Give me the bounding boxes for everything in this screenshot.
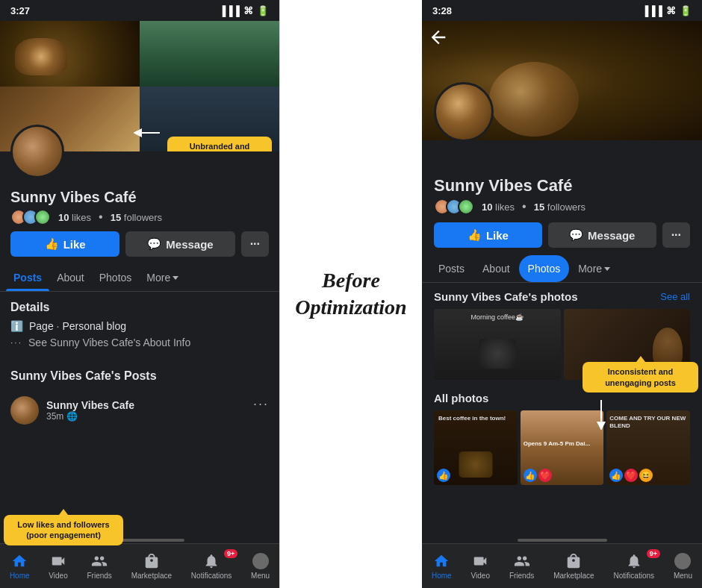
avatar-3 <box>34 209 51 225</box>
arrow-cover <box>134 125 164 140</box>
nav-notifications-left[interactable]: 9+ Notifications <box>191 553 232 580</box>
avatar-stack-left <box>10 209 51 225</box>
tab-about-right[interactable]: About <box>473 255 519 282</box>
followers-text-right: 15 followers <box>534 201 585 213</box>
like-button-right[interactable]: 👍 Like <box>434 222 542 248</box>
reactions-1: 👍 <box>437 469 450 482</box>
nav-friends-left[interactable]: Friends <box>87 553 112 580</box>
nav-menu-left[interactable]: Menu <box>251 553 270 580</box>
annotation-inconsistent: Inconsistent and unengaging posts <box>583 362 698 392</box>
video-icon <box>50 553 66 569</box>
tab-posts-right[interactable]: Posts <box>429 255 473 282</box>
nav-friends-label: Friends <box>87 572 112 580</box>
like-reaction-2a: 👍 <box>524 469 537 482</box>
nav-friends-right[interactable]: Friends <box>509 553 534 580</box>
battery-icon-right: 🔋 <box>680 5 692 16</box>
friends-icon <box>91 553 108 569</box>
wifi-icon: ⌘ <box>243 5 253 16</box>
like-button-left[interactable]: 👍 Like <box>10 231 119 257</box>
likes-text-left: 10 likes <box>58 212 91 223</box>
all-photo-1: 👍 <box>434 410 518 485</box>
see-about-row[interactable]: ··· See Sunny Vibes Cafe's About Info <box>10 337 269 348</box>
nav-menu-label-right: Menu <box>674 572 692 580</box>
before-optimization-text: Before Optimization <box>295 267 406 322</box>
marketplace-icon <box>143 553 160 569</box>
more-dots-button-left[interactable]: ··· <box>241 231 269 257</box>
avatar-stack-right <box>434 198 474 215</box>
nav-notifications-label: Notifications <box>191 572 232 580</box>
post-author-row: Sunny Vibes Cafe 35m 🌐 <box>10 396 134 425</box>
followers-text-left: 15 followers <box>111 212 162 223</box>
home-icon-right <box>433 553 450 569</box>
photo-thumb-1: Morning coffee☕ <box>434 309 561 380</box>
post-avatar <box>10 396 39 425</box>
thumb-up-icon: 👍 <box>45 237 59 251</box>
profile-pic-left <box>10 125 64 178</box>
status-icons-left: ▐▐▐ ⌘ 🔋 <box>219 5 269 16</box>
tabs-row-right: Posts About Photos More <box>422 255 702 283</box>
nav-home-label: Home <box>10 572 30 580</box>
nav-video-label: Video <box>49 572 67 580</box>
details-section: Details ℹ️ Page · Personal blog ··· See … <box>0 292 279 363</box>
more-dots-button-right[interactable]: ··· <box>662 222 690 248</box>
tab-more-right[interactable]: More <box>569 255 619 282</box>
notification-badge-left: 9+ <box>224 549 237 558</box>
reactions-2: 👍 ❤️ <box>524 469 552 482</box>
home-indicator-right <box>518 539 607 542</box>
back-button-right[interactable] <box>428 27 449 51</box>
nav-notifications-right[interactable]: 9+ Notifications <box>614 553 654 580</box>
signal-icon-right: ▐▐▐ <box>642 5 662 16</box>
detail-page-type: Page · Personal blog <box>29 320 126 332</box>
nav-notifications-label-right: Notifications <box>614 572 654 580</box>
nav-menu-right[interactable]: Menu <box>674 553 692 580</box>
page-name-left: Sunny Vibes Café <box>0 189 279 206</box>
tab-more-left[interactable]: More <box>139 264 186 291</box>
tab-about-left[interactable]: About <box>49 264 92 291</box>
nav-video-left[interactable]: Video <box>49 553 67 580</box>
thumb-up-icon-right: 👍 <box>468 228 482 242</box>
all-photos-grid: 👍 👍 ❤️ 👍 ❤️ 😆 <box>434 410 690 485</box>
nav-home-left[interactable]: Home <box>10 553 30 580</box>
all-photo-3: 👍 ❤️ 😆 <box>606 410 690 485</box>
arrow-inconsistent <box>590 400 612 430</box>
middle-section: Before Optimization <box>280 0 422 588</box>
post-author-name: Sunny Vibes Cafe <box>46 399 134 411</box>
home-icon <box>11 553 28 569</box>
tab-posts-left[interactable]: Posts <box>6 264 49 291</box>
notifications-icon-right <box>626 553 642 569</box>
nav-marketplace-left[interactable]: Marketplace <box>131 553 172 580</box>
see-all-link[interactable]: See all <box>660 291 690 302</box>
post-item: Sunny Vibes Cafe 35m 🌐 ··· <box>0 389 279 435</box>
page-name-right: Sunny Vibes Café <box>422 176 702 196</box>
nav-friends-label-right: Friends <box>509 572 534 580</box>
likes-text-right: 10 likes <box>482 201 515 213</box>
coffee-cup-image <box>489 62 579 137</box>
right-phone: 3:28 ▐▐▐ ⌘ 🔋 Sunny Vibes Café 1 <box>422 0 702 588</box>
annotation-likes: Low likes and followers (poor engagement… <box>4 515 123 545</box>
photos-header: Sunny Vibes Cafe's photos See all <box>434 290 690 303</box>
message-button-right[interactable]: 💬 Message <box>548 222 656 248</box>
reactions-3: 👍 ❤️ 😆 <box>609 469 653 482</box>
action-buttons-right: 👍 Like 💬 Message ··· <box>422 222 702 255</box>
post-header: Sunny Vibes Cafe 35m 🌐 ··· <box>10 396 269 425</box>
tabs-row-left: Posts About Photos More <box>0 264 279 292</box>
nav-marketplace-right[interactable]: Marketplace <box>553 553 594 580</box>
cover-cell-2 <box>140 21 279 87</box>
nav-home-label-right: Home <box>432 572 452 580</box>
wifi-icon-right: ⌘ <box>666 5 676 16</box>
tab-photos-left[interactable]: Photos <box>92 264 140 291</box>
nav-home-right[interactable]: Home <box>432 553 452 580</box>
tab-photos-right[interactable]: Photos <box>519 255 570 282</box>
like-reaction-3a: 👍 <box>609 469 623 482</box>
post-options-icon[interactable]: ··· <box>253 396 269 412</box>
message-button-left[interactable]: 💬 Message <box>125 231 234 257</box>
chevron-down-icon <box>173 276 178 280</box>
post-meta: 35m 🌐 <box>46 411 134 422</box>
all-photos-section: All photos 👍 👍 ❤️ 👍 ❤️ <box>422 384 702 490</box>
posts-section-title: Sunny Vibes Cafe's Posts <box>0 363 279 389</box>
nav-video-right[interactable]: Video <box>471 553 490 580</box>
status-time-left: 3:27 <box>10 5 30 16</box>
photos-section-title: Sunny Vibes Cafe's photos <box>434 290 578 303</box>
all-photos-wrapper: All photos 👍 👍 ❤️ 👍 ❤️ <box>422 384 702 490</box>
post-author-info: Sunny Vibes Cafe 35m 🌐 <box>46 399 134 422</box>
